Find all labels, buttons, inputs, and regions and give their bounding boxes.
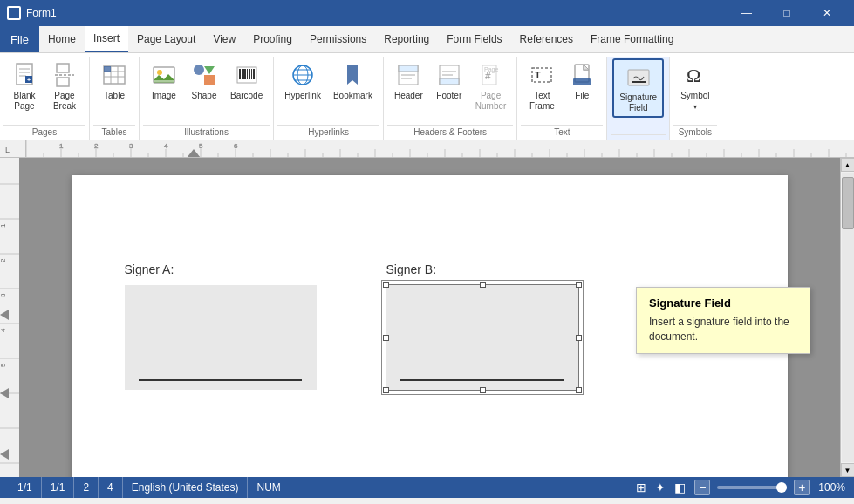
text-buttons: T TextFrame File — [521, 57, 603, 123]
signature-buttons: SignatureField — [611, 57, 666, 133]
resize-handle-ml[interactable] — [383, 335, 389, 341]
signature-field-tooltip: Signature Field Insert a signature field… — [636, 287, 810, 354]
svg-text:Ω: Ω — [687, 65, 700, 86]
zoom-out-button[interactable]: − — [694, 480, 710, 495]
page-number-button: #Page PageNumber — [470, 58, 512, 114]
signature-group-label — [611, 134, 666, 140]
ribbon-group-tables: Table Tables — [90, 57, 140, 140]
signature-field-button[interactable]: SignatureField — [612, 58, 664, 118]
vertical-scrollbar[interactable]: ▲ ▼ — [840, 158, 854, 477]
tab-view[interactable]: View — [204, 26, 244, 52]
file-button[interactable]: File — [563, 58, 601, 104]
hyperlink-icon — [289, 61, 317, 89]
zoom-in-button[interactable]: + — [794, 480, 810, 495]
tab-form-fields[interactable]: Form Fields — [438, 26, 510, 52]
text-group-label: Text — [521, 125, 603, 140]
svg-text:4: 4 — [0, 328, 7, 332]
signer-b-line — [400, 379, 564, 381]
signature-field-icon — [625, 63, 652, 91]
shape-button[interactable]: Shape — [185, 58, 223, 104]
header-icon — [394, 61, 422, 89]
minimize-button[interactable]: — — [727, 0, 767, 26]
tab-frame-formatting[interactable]: Frame Formatting — [582, 26, 682, 52]
hyperlinks-group-label: Hyperlinks — [277, 125, 379, 140]
ribbon-group-hyperlinks: Hyperlink Bookmark Hyperlinks — [274, 57, 384, 140]
signer-a-line — [139, 379, 302, 381]
header-button[interactable]: Header — [389, 58, 428, 104]
resize-handle-br[interactable] — [576, 387, 582, 393]
pages-buttons: + BlankPage PageBreak — [3, 57, 85, 123]
tab-home[interactable]: Home — [39, 26, 85, 52]
footer-button[interactable]: Footer — [430, 58, 468, 104]
resize-handle-mr[interactable] — [576, 335, 582, 341]
svg-text:5: 5 — [199, 142, 203, 150]
svg-rect-7 — [57, 78, 69, 86]
resize-handle-bm[interactable] — [480, 387, 486, 393]
illustrations-group-label: Illustrations — [143, 125, 270, 140]
scroll-up-button[interactable]: ▲ — [841, 158, 855, 172]
svg-rect-24 — [243, 69, 246, 79]
svg-text:Page: Page — [484, 66, 498, 73]
svg-rect-25 — [247, 69, 248, 79]
page-number-icon: #Page — [477, 61, 505, 89]
bookmark-icon — [338, 61, 366, 89]
hyperlinks-buttons: Hyperlink Bookmark — [277, 57, 379, 123]
vertical-ruler: 1 2 3 4 5 — [0, 158, 19, 477]
ribbon-group-signature: SignatureField — [607, 57, 670, 140]
barcode-button[interactable]: Barcode — [225, 58, 268, 104]
tab-permissions[interactable]: Permissions — [301, 26, 375, 52]
headers-footers-group-label: Headers & Footers — [387, 125, 513, 140]
symbol-button[interactable]: Ω Symbol ▾ — [675, 58, 714, 113]
bookmark-button[interactable]: Bookmark — [328, 58, 378, 104]
tables-buttons: Table — [93, 57, 135, 123]
file-icon — [568, 61, 596, 89]
app-title: Form1 — [26, 7, 57, 19]
resize-handle-tr[interactable] — [576, 282, 582, 288]
symbol-dropdown-arrow: ▾ — [693, 103, 697, 111]
image-button[interactable]: Image — [145, 58, 183, 104]
tab-page-layout[interactable]: Page Layout — [128, 26, 204, 52]
tab-references[interactable]: References — [511, 26, 582, 52]
blank-page-label: BlankPage — [13, 91, 35, 112]
svg-rect-17 — [154, 80, 174, 83]
signer-b-label: Signer B: — [386, 262, 578, 276]
ruler: L 1 2 3 4 5 6 — [0, 140, 854, 158]
text-frame-button[interactable]: T TextFrame — [523, 58, 561, 114]
signer-b-field[interactable] — [386, 285, 578, 390]
tables-group-label: Tables — [93, 125, 135, 140]
svg-rect-6 — [57, 64, 69, 72]
scroll-thumb[interactable] — [842, 177, 854, 229]
resize-handle-tl[interactable] — [383, 282, 389, 288]
tab-proofing[interactable]: Proofing — [244, 26, 301, 52]
tab-reporting[interactable]: Reporting — [375, 26, 438, 52]
ribbon: + BlankPage PageBreak Pages — [0, 53, 854, 140]
svg-rect-111 — [0, 158, 19, 477]
tab-insert[interactable]: Insert — [85, 26, 128, 52]
table-button[interactable]: Table — [95, 58, 133, 104]
titlebar-controls: — □ ✕ — [727, 0, 847, 26]
page-break-button[interactable]: PageBreak — [45, 58, 84, 114]
tab-file[interactable]: File — [0, 26, 39, 52]
scroll-down-button[interactable]: ▼ — [841, 463, 855, 477]
resize-handle-bl[interactable] — [383, 387, 389, 393]
barcode-label: Barcode — [230, 91, 263, 101]
barcode-icon — [233, 61, 261, 89]
close-button[interactable]: ✕ — [807, 0, 847, 26]
page-break-label: PageBreak — [53, 91, 76, 112]
blank-page-button[interactable]: + BlankPage — [5, 58, 44, 114]
ribbon-group-headers-footers: Header Footer #Page PageNumber Headers &… — [384, 57, 517, 140]
signer-a-field[interactable] — [125, 285, 317, 390]
svg-point-18 — [194, 65, 204, 75]
zoom-slider-thumb[interactable] — [776, 482, 787, 493]
maximize-button[interactable]: □ — [767, 0, 807, 26]
shape-label: Shape — [192, 91, 217, 101]
image-label: Image — [152, 91, 176, 101]
status-line: 2 — [74, 477, 99, 498]
zoom-slider[interactable] — [717, 486, 787, 489]
bookmark-label: Bookmark — [333, 91, 372, 101]
resize-handle-tm[interactable] — [480, 282, 486, 288]
table-icon — [100, 61, 128, 89]
hyperlink-button[interactable]: Hyperlink — [279, 58, 326, 104]
ruler-main: 1 2 3 4 5 6 — [26, 140, 854, 157]
scroll-track[interactable] — [842, 173, 854, 462]
